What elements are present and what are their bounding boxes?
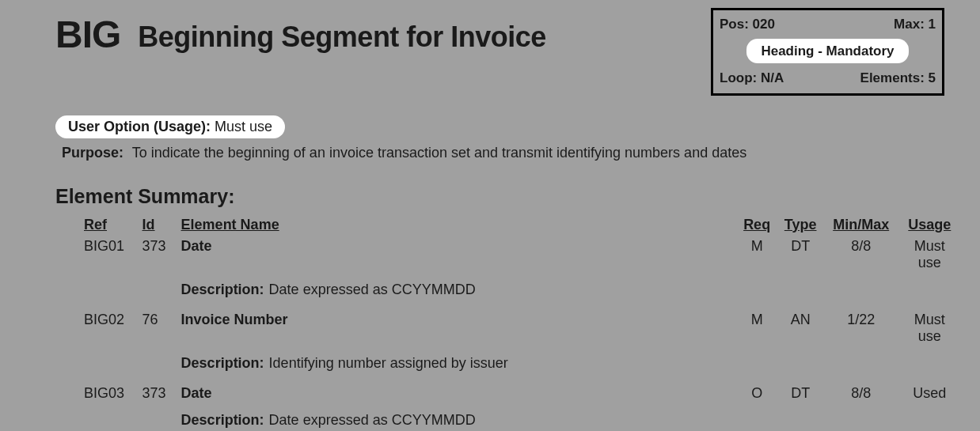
cell-name: Date [177, 383, 737, 404]
cell-req: O [737, 383, 777, 404]
max-label: Max: [894, 17, 925, 32]
cell-type: DT [777, 236, 824, 274]
loop-label: Loop: [720, 70, 757, 85]
cell-ref: BIG02 [79, 309, 138, 347]
meta-section: User Option (Usage): Must use Purpose: T… [0, 96, 980, 161]
cell-type: DT [777, 383, 824, 404]
cell-req: M [737, 236, 777, 274]
usage-value: Must use [215, 119, 272, 134]
info-box-row-loop: Loop: N/A Elements: 5 [720, 68, 936, 89]
page: BIG Beginning Segment for Invoice Pos: 0… [0, 0, 980, 431]
cell-ref: BIG03 [79, 383, 138, 404]
header-name: Element Name [177, 214, 737, 236]
cell-minmax: 1/22 [824, 309, 898, 347]
description-text: Date expressed as CCYYMMDD [269, 282, 476, 297]
pos-value: 020 [753, 17, 775, 32]
cell-usage: Must use [898, 309, 961, 347]
usage-label: User Option (Usage): [68, 119, 211, 134]
header-type: Type [777, 214, 824, 236]
element-table: Ref Id Element Name Req Type Min/Max Usa… [79, 214, 961, 432]
table-row: BIG0276Invoice NumberMAN1/22Must use [79, 309, 961, 347]
loop-value: N/A [761, 70, 784, 85]
purpose-label: Purpose: [62, 145, 123, 161]
description-label: Description: [181, 355, 264, 371]
cell-minmax: 8/8 [824, 383, 898, 404]
header-ref: Ref [79, 214, 138, 236]
cell-ref: BIG01 [79, 236, 138, 274]
cell-usage: Used [898, 383, 961, 404]
cell-id: 373 [138, 236, 177, 274]
header-req: Req [737, 214, 777, 236]
cell-name: Date [177, 236, 737, 274]
info-box: Pos: 020 Max: 1 Heading - Mandatory Loop… [711, 8, 944, 96]
table-row: BIG01373DateMDT8/8Must use [79, 236, 961, 274]
table-row: BIG03373DateODT8/8Used [79, 383, 961, 404]
heading-mandatory-pill: Heading - Mandatory [746, 39, 908, 64]
cell-description: Description:Identifying number assigned … [177, 347, 737, 383]
elements-label: Elements: [860, 70, 925, 85]
usage-pill: User Option (Usage): Must use [55, 115, 285, 138]
table-description-row: Description:Date expressed as CCYYMMDD [79, 274, 961, 309]
cell-description: Description:Date expressed as CCYYMMDD [177, 274, 737, 309]
purpose-row: Purpose: To indicate the beginning of an… [55, 138, 980, 161]
table-description-row: Description:Identifying number assigned … [79, 347, 961, 383]
description-text: Date expressed as CCYYMMDD [269, 412, 476, 428]
table-header-row: Ref Id Element Name Req Type Min/Max Usa… [79, 214, 961, 236]
pos-label: Pos: [720, 17, 749, 32]
cell-usage: Must use [898, 236, 961, 274]
segment-title: Beginning Segment for Invoice [138, 8, 711, 54]
cell-name: Invoice Number [177, 309, 737, 347]
cell-type: AN [777, 309, 824, 347]
info-box-row-pos: Pos: 020 Max: 1 [720, 14, 936, 35]
elements-value: 5 [929, 70, 936, 85]
cell-id: 373 [138, 383, 177, 404]
segment-header: BIG Beginning Segment for Invoice Pos: 0… [0, 8, 980, 96]
cell-minmax: 8/8 [824, 236, 898, 274]
header-minmax: Min/Max [824, 214, 898, 236]
header-id: Id [138, 214, 177, 236]
max-value: 1 [929, 17, 936, 32]
purpose-text: To indicate the beginning of an invoice … [132, 145, 746, 161]
info-box-heading-row: Heading - Mandatory [720, 35, 936, 69]
description-label: Description: [181, 282, 264, 297]
table-description-row: Description:Date expressed as CCYYMMDD [79, 404, 961, 432]
summary-heading: Element Summary: [0, 161, 980, 214]
cell-description: Description:Date expressed as CCYYMMDD [177, 404, 737, 432]
cell-req: M [737, 309, 777, 347]
header-usage: Usage [898, 214, 961, 236]
description-text: Identifying number assigned by issuer [269, 355, 508, 371]
cell-id: 76 [138, 309, 177, 347]
segment-code: BIG [55, 8, 138, 54]
description-label: Description: [181, 412, 264, 428]
